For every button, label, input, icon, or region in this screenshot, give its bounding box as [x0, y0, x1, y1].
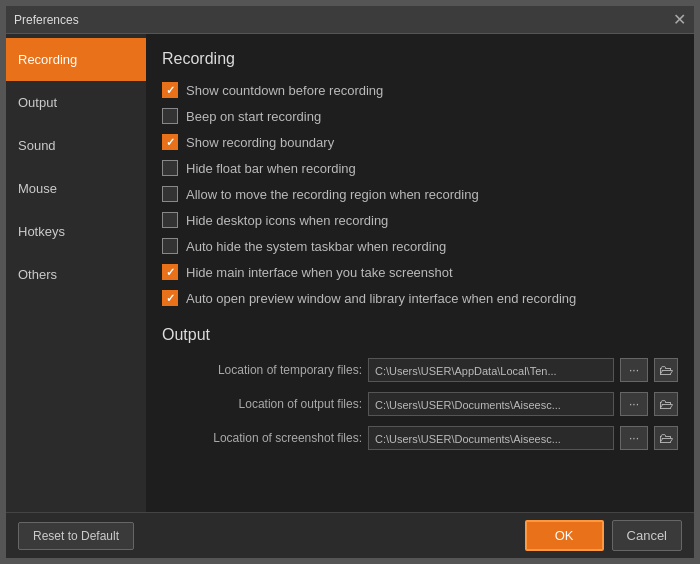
close-button[interactable]: ✕	[673, 12, 686, 28]
checkbox-row-desktopicons: Hide desktop icons when recording	[162, 212, 678, 228]
sidebar-item-recording[interactable]: Recording	[6, 38, 146, 81]
recording-section-title: Recording	[162, 50, 678, 68]
cancel-button[interactable]: Cancel	[612, 520, 682, 551]
screenshot-folder-button[interactable]: 🗁	[654, 426, 678, 450]
checkbox-preview[interactable]	[162, 290, 178, 306]
sidebar-item-mouse[interactable]: Mouse	[6, 167, 146, 210]
temp-label: Location of temporary files:	[162, 363, 362, 377]
checkbox-row-floatbar: Hide float bar when recording	[162, 160, 678, 176]
checkbox-row-beep: Beep on start recording	[162, 108, 678, 124]
checkbox-row-moveregion: Allow to move the recording region when …	[162, 186, 678, 202]
checkbox-floatbar[interactable]	[162, 160, 178, 176]
reset-button[interactable]: Reset to Default	[18, 522, 134, 550]
sidebar-item-others[interactable]: Others	[6, 253, 146, 296]
title-bar: Preferences ✕	[6, 6, 694, 34]
ok-button[interactable]: OK	[525, 520, 604, 551]
output-row-output: Location of output files: C:\Users\USER\…	[162, 392, 678, 416]
screenshot-path: C:\Users\USER\Documents\Aiseesc...	[368, 426, 614, 450]
checkbox-moveregion[interactable]	[162, 186, 178, 202]
temp-folder-button[interactable]: 🗁	[654, 358, 678, 382]
checkbox-row-countdown: Show countdown before recording	[162, 82, 678, 98]
screenshot-label: Location of screenshot files:	[162, 431, 362, 445]
checkbox-countdown[interactable]	[162, 82, 178, 98]
dialog-title: Preferences	[14, 13, 79, 27]
temp-path: C:\Users\USER\AppData\Local\Ten...	[368, 358, 614, 382]
temp-dots-button[interactable]: ···	[620, 358, 648, 382]
folder-icon: 🗁	[659, 430, 673, 446]
output-dots-button[interactable]: ···	[620, 392, 648, 416]
output-row-temp: Location of temporary files: C:\Users\US…	[162, 358, 678, 382]
checkbox-row-taskbar: Auto hide the system taskbar when record…	[162, 238, 678, 254]
sidebar-item-sound[interactable]: Sound	[6, 124, 146, 167]
output-row-screenshot: Location of screenshot files: C:\Users\U…	[162, 426, 678, 450]
output-path: C:\Users\USER\Documents\Aiseesc...	[368, 392, 614, 416]
screenshot-dots-button[interactable]: ···	[620, 426, 648, 450]
folder-icon: 🗁	[659, 396, 673, 412]
sidebar: Recording Output Sound Mouse Hotkeys Oth…	[6, 34, 146, 512]
footer: Reset to Default OK Cancel	[6, 512, 694, 558]
checkbox-row-maininterface: Hide main interface when you take screen…	[162, 264, 678, 280]
checkbox-boundary[interactable]	[162, 134, 178, 150]
checkbox-desktopicons[interactable]	[162, 212, 178, 228]
sidebar-item-hotkeys[interactable]: Hotkeys	[6, 210, 146, 253]
footer-actions: OK Cancel	[525, 520, 682, 551]
content-panel: Recording Show countdown before recordin…	[146, 34, 694, 512]
preferences-dialog: Preferences ✕ Recording Output Sound Mou…	[5, 5, 695, 559]
output-folder-button[interactable]: 🗁	[654, 392, 678, 416]
checkbox-row-boundary: Show recording boundary	[162, 134, 678, 150]
recording-section: Recording Show countdown before recordin…	[162, 50, 678, 306]
main-content: Recording Output Sound Mouse Hotkeys Oth…	[6, 34, 694, 512]
output-section: Output Location of temporary files: C:\U…	[162, 326, 678, 450]
checkbox-row-preview: Auto open preview window and library int…	[162, 290, 678, 306]
folder-icon: 🗁	[659, 362, 673, 378]
output-section-title: Output	[162, 326, 678, 344]
sidebar-item-output[interactable]: Output	[6, 81, 146, 124]
output-label: Location of output files:	[162, 397, 362, 411]
checkbox-taskbar[interactable]	[162, 238, 178, 254]
checkbox-maininterface[interactable]	[162, 264, 178, 280]
checkbox-beep[interactable]	[162, 108, 178, 124]
